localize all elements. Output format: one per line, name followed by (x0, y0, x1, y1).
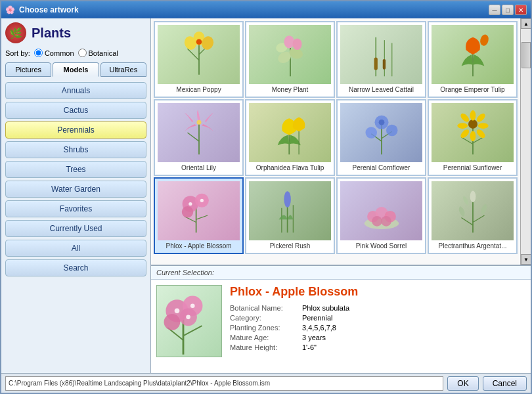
svg-point-35 (468, 120, 477, 129)
category-perennials[interactable]: Perennials (5, 121, 146, 139)
detail-thumb-svg (158, 287, 221, 356)
svg-line-21 (187, 133, 199, 141)
title-bar: 🌸 Choose artwork ─ □ ✕ (1, 1, 531, 18)
grid-label-narrow-cattail: Narrow Leaved Cattail (349, 86, 414, 94)
window-controls: ─ □ ✕ (489, 5, 527, 15)
grid-label-oriental-lily: Oriental Lily (181, 164, 216, 172)
category-favorites[interactable]: Favorites (5, 200, 146, 217)
grid-item-perennial-sunflower[interactable]: Perennial Sunflower (428, 99, 518, 176)
grid-label-cornflower: Perenial Cornflower (353, 164, 410, 172)
sort-label: Sort by: (5, 49, 30, 57)
tab-pictures[interactable]: Pictures (5, 62, 51, 77)
cancel-button[interactable]: Cancel (483, 376, 527, 391)
grid-label-mexican-poppy: Mexican Poppy (176, 86, 221, 94)
plant-grid: Mexican Poppy (151, 18, 520, 265)
svg-point-19 (479, 33, 489, 47)
sort-botanical-radio[interactable] (78, 49, 87, 57)
detail-key-height: Mature Height: (230, 343, 302, 351)
grid-item-orphanidea-tulip[interactable]: Orphanidea Flava Tulip (245, 99, 335, 176)
svg-point-31 (386, 125, 398, 137)
detail-row-zones: Planting Zones: 3,4,5,6,7,8 (230, 324, 525, 332)
svg-point-6 (196, 39, 202, 45)
grid-item-cornflower[interactable]: Perenial Cornflower (336, 99, 426, 176)
file-path: C:\Program Files (x86)\Realtime Landscap… (5, 376, 443, 391)
category-water-garden[interactable]: Water Garden (5, 181, 146, 198)
svg-point-11 (284, 35, 294, 48)
grid-item-mexican-poppy[interactable]: Mexican Poppy (154, 21, 244, 98)
svg-line-68 (183, 326, 202, 336)
scroll-down-button[interactable]: ▼ (521, 254, 531, 265)
scroll-up-button[interactable]: ▲ (521, 18, 531, 29)
svg-point-12 (292, 39, 301, 51)
detail-val-botanical: Phlox subulata (302, 304, 349, 312)
svg-point-40 (470, 131, 476, 141)
plectranthus-thumb (450, 188, 496, 234)
bottom-bar: C:\Program Files (x86)\Realtime Landscap… (1, 373, 531, 393)
svg-point-74 (190, 303, 194, 308)
detail-panel: Current Selection: (151, 265, 531, 373)
grid-item-narrow-cattail[interactable]: Narrow Leaved Cattail (336, 21, 426, 98)
category-annuals[interactable]: Annuals (5, 82, 146, 99)
title-icon: 🌸 (5, 5, 15, 14)
category-all[interactable]: All (5, 240, 146, 257)
svg-point-49 (181, 206, 193, 218)
grid-item-pink-wood-sorrel[interactable]: Pink Wood Sorrel (336, 177, 426, 254)
tab-ultrares[interactable]: UltraRes (100, 62, 146, 77)
sort-common-radio[interactable] (34, 49, 43, 57)
svg-point-22 (196, 120, 201, 125)
close-button[interactable]: ✕ (515, 5, 527, 15)
scrollbar-thumb[interactable] (521, 42, 531, 68)
detail-key-zones: Planting Zones: (230, 324, 302, 332)
grid-item-money-plant[interactable]: Money Plant (245, 21, 335, 98)
category-cactus[interactable]: Cactus (5, 102, 146, 119)
svg-point-37 (475, 112, 486, 123)
left-panel: 🌿 Plants Sort by: Common Botanical Pictu… (1, 18, 151, 373)
money-plant-thumb (267, 32, 313, 77)
mexican-poppy-thumb (176, 32, 222, 77)
pink-wood-sorrel-thumb (359, 188, 405, 234)
category-search[interactable]: Search (5, 259, 146, 276)
tab-models[interactable]: Models (53, 62, 99, 77)
plants-header: 🌿 Plants (5, 22, 146, 43)
svg-point-55 (284, 191, 291, 208)
grid-scrollbar[interactable]: ▲ ▼ (520, 18, 531, 265)
grid-label-money-plant: Money Plant (272, 86, 309, 94)
detail-key-category: Category: (230, 314, 302, 322)
grid-label-pink-wood-sorrel: Pink Wood Sorrel (356, 242, 407, 250)
right-panel: Mexican Poppy (151, 18, 531, 373)
svg-point-41 (459, 128, 470, 139)
grid-label-perennial-sunflower: Perennial Sunflower (443, 164, 502, 172)
minimize-button[interactable]: ─ (489, 5, 500, 15)
tab-row: Pictures Models UltraRes (5, 62, 146, 77)
svg-line-63 (461, 218, 473, 225)
category-trees[interactable]: Trees (5, 161, 146, 178)
svg-point-39 (475, 128, 486, 139)
grid-item-pickerel-rush[interactable]: Pickerel Rush (245, 177, 335, 254)
svg-point-43 (459, 112, 470, 123)
sort-common-label[interactable]: Common (34, 49, 74, 57)
grid-item-plectranthus[interactable]: Plectranthus Argentat... (428, 177, 518, 254)
grid-item-orange-tulip[interactable]: Orange Emperor Tulip (428, 21, 518, 98)
svg-point-61 (381, 216, 391, 227)
detail-key-age: Mature Age: (230, 334, 302, 341)
grid-item-phlox[interactable]: Phlox - Apple Blossom (154, 177, 244, 254)
svg-point-30 (365, 127, 377, 139)
category-currently-used[interactable]: Currently Used (5, 220, 146, 237)
sort-row: Sort by: Common Botanical (5, 49, 146, 57)
plants-icon: 🌿 (5, 22, 26, 43)
detail-key-botanical: Botanical Name: (230, 304, 302, 312)
grid-item-oriental-lily[interactable]: Oriental Lily (154, 99, 244, 176)
pickerel-rush-thumb (267, 188, 313, 234)
window-title: Choose artwork (19, 5, 79, 14)
detail-val-height: 1'-6" (302, 343, 317, 351)
narrow-cattail-thumb (359, 32, 405, 77)
category-shrubs[interactable]: Shrubs (5, 141, 146, 158)
sort-botanical-label[interactable]: Botanical (78, 49, 118, 57)
main-window: 🌸 Choose artwork ─ □ ✕ 🌿 Plants Sort by: (0, 0, 532, 394)
detail-row-height: Mature Height: 1'-6" (230, 343, 525, 351)
orange-tulip-thumb (450, 32, 496, 77)
plants-title: Plants (32, 26, 71, 41)
maximize-button[interactable]: □ (502, 5, 514, 15)
ok-button[interactable]: OK (447, 376, 478, 391)
scrollbar-track[interactable] (521, 29, 531, 254)
